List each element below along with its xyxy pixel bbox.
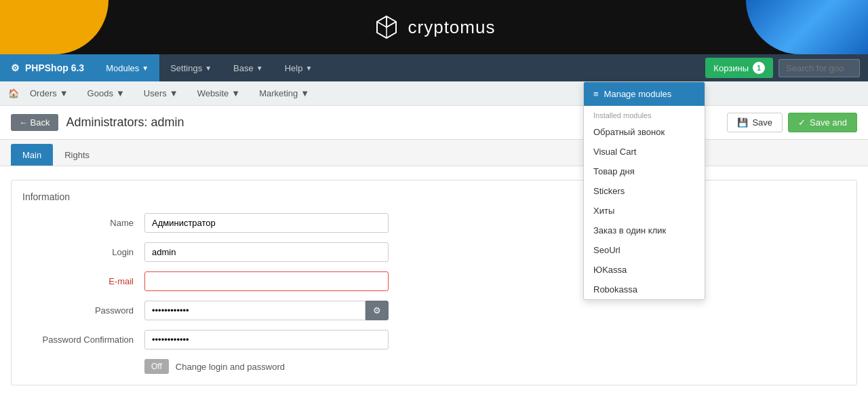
marketing-label: Marketing xyxy=(259,88,298,98)
name-label: Name xyxy=(22,218,144,228)
action-buttons: 💾 Save ✓ Save and xyxy=(727,113,857,132)
back-label: ← Back xyxy=(19,117,50,128)
password-field-row: Password ⚙ xyxy=(22,301,846,320)
users-arrow-icon: ▼ xyxy=(170,88,178,98)
content-area: ← Back Administrators: admin 💾 Save ✓ Sa… xyxy=(0,106,868,397)
website-arrow-icon: ▼ xyxy=(231,88,240,98)
tab-rights[interactable]: Rights xyxy=(53,144,101,166)
modules-dropdown: ≡ Manage modules Installed modules Обрат… xyxy=(583,81,705,300)
dropdown-header: ≡ Manage modules xyxy=(584,82,705,106)
home-icon[interactable]: 🏠 xyxy=(8,88,19,98)
check-icon: ✓ xyxy=(798,117,806,128)
dropdown-item-1[interactable]: Visual Cart xyxy=(584,142,705,162)
toggle-text: Change login and password xyxy=(176,362,285,372)
password-confirm-field-row: Password Confirmation xyxy=(22,330,846,349)
nav-right: Корзины 1 xyxy=(697,54,868,81)
base-label: Base xyxy=(233,63,254,73)
goods-label: Goods xyxy=(87,88,113,98)
nav-menu-area: Modules ▼ Settings ▼ Base ▼ Help ▼ xyxy=(95,54,697,81)
dropdown-item-6[interactable]: SeoUrl xyxy=(584,240,705,260)
save-icon: 💾 xyxy=(737,117,748,128)
dropdown-item-3[interactable]: Stickers xyxy=(584,181,705,201)
page-title: Administrators: admin xyxy=(66,115,184,130)
help-label: Help xyxy=(285,63,303,73)
save-button[interactable]: 💾 Save xyxy=(727,113,783,132)
tabs: Main Rights xyxy=(0,140,868,166)
help-arrow-icon: ▼ xyxy=(305,64,312,72)
login-label: Login xyxy=(22,247,144,257)
dropdown-item-2[interactable]: Товар дня xyxy=(584,162,705,181)
form-section: Information Name Login E-mail xyxy=(11,180,857,385)
save-close-label: Save and xyxy=(810,117,847,128)
app-title-text: PHPShop 6.3 xyxy=(25,62,84,73)
email-field-row: E-mail xyxy=(22,271,846,291)
dropdown-section-label: Installed modules xyxy=(584,106,705,122)
password-label: Password xyxy=(22,305,144,316)
save-close-button[interactable]: ✓ Save and xyxy=(788,113,857,132)
tab-rights-label: Rights xyxy=(64,150,90,160)
password-input[interactable] xyxy=(144,301,366,320)
top-nav: ⚙ PHPShop 6.3 Modules ▼ Settings ▼ Base … xyxy=(0,54,868,81)
app-container: ⚙ PHPShop 6.3 Modules ▼ Settings ▼ Base … xyxy=(0,54,868,397)
brand-logo: cryptomus xyxy=(373,14,496,41)
modules-label: Modules xyxy=(106,63,139,73)
orders-arrow-icon: ▼ xyxy=(60,88,68,98)
base-arrow-icon: ▼ xyxy=(256,64,263,72)
name-input[interactable] xyxy=(144,213,389,233)
form-section-title: Information xyxy=(22,191,846,202)
password-confirm-input[interactable] xyxy=(144,330,389,349)
users-nav-btn[interactable]: Users ▼ xyxy=(136,81,186,106)
page-header: ← Back Administrators: admin 💾 Save ✓ Sa… xyxy=(0,106,868,140)
page-title-area: ← Back Administrators: admin xyxy=(11,114,184,131)
goods-arrow-icon: ▼ xyxy=(116,88,125,98)
cart-button[interactable]: Корзины 1 xyxy=(705,58,773,78)
email-input[interactable] xyxy=(144,271,389,291)
login-input[interactable] xyxy=(144,242,389,262)
back-button[interactable]: ← Back xyxy=(11,114,58,131)
settings-arrow-icon: ▼ xyxy=(205,64,212,72)
tab-main[interactable]: Main xyxy=(11,144,53,166)
brand-name: cryptomus xyxy=(408,17,496,38)
toggle-row: Off Change login and password xyxy=(22,359,846,374)
modules-menu-btn[interactable]: Modules ▼ xyxy=(95,54,159,81)
brand-logo-icon xyxy=(373,14,400,41)
menu-icon: ≡ xyxy=(593,89,599,99)
orders-label: Orders xyxy=(30,88,57,98)
login-field-row: Login xyxy=(22,242,846,262)
toggle-button[interactable]: Off xyxy=(144,359,169,374)
dropdown-item-4[interactable]: Хиты xyxy=(584,201,705,221)
goods-nav-btn[interactable]: Goods ▼ xyxy=(79,81,133,106)
website-nav-btn[interactable]: Website ▼ xyxy=(189,81,249,106)
cart-label: Корзины xyxy=(713,63,749,73)
orders-nav-btn[interactable]: Orders ▼ xyxy=(22,81,77,106)
dropdown-item-5[interactable]: Заказ в один клик xyxy=(584,221,705,240)
password-input-group: ⚙ xyxy=(144,301,389,320)
dropdown-item-0[interactable]: Обратный звонок xyxy=(584,122,705,142)
cart-badge: 1 xyxy=(753,62,765,74)
gear-icon: ⚙ xyxy=(11,62,20,73)
password-confirm-label: Password Confirmation xyxy=(22,335,144,345)
tab-main-label: Main xyxy=(22,150,41,160)
email-label: E-mail xyxy=(22,276,144,286)
save-label: Save xyxy=(752,117,772,128)
settings-label: Settings xyxy=(170,63,202,73)
settings-menu-btn[interactable]: Settings ▼ xyxy=(159,54,222,81)
marketing-arrow-icon: ▼ xyxy=(300,88,309,98)
users-label: Users xyxy=(144,88,167,98)
base-menu-btn[interactable]: Base ▼ xyxy=(222,54,274,81)
name-field-row: Name xyxy=(22,213,846,233)
password-toggle-btn[interactable]: ⚙ xyxy=(366,301,389,320)
dropdown-item-7[interactable]: ЮKassa xyxy=(584,260,705,280)
help-menu-btn[interactable]: Help ▼ xyxy=(274,54,323,81)
app-title: ⚙ PHPShop 6.3 xyxy=(0,54,95,81)
modules-arrow-icon: ▼ xyxy=(142,64,149,72)
form-area: Information Name Login E-mail xyxy=(0,166,868,397)
dropdown-header-label: Manage modules xyxy=(604,89,672,99)
dropdown-item-8[interactable]: Robokassa xyxy=(584,280,705,299)
top-banner: cryptomus xyxy=(0,0,868,54)
secondary-nav: 🏠 Orders ▼ Goods ▼ Users ▼ Website ▼ Mar… xyxy=(0,81,868,106)
search-input[interactable] xyxy=(778,59,860,77)
website-label: Website xyxy=(197,88,229,98)
main-content: ⚙ PHPShop 6.3 Modules ▼ Settings ▼ Base … xyxy=(0,54,868,397)
marketing-nav-btn[interactable]: Marketing ▼ xyxy=(251,81,317,106)
